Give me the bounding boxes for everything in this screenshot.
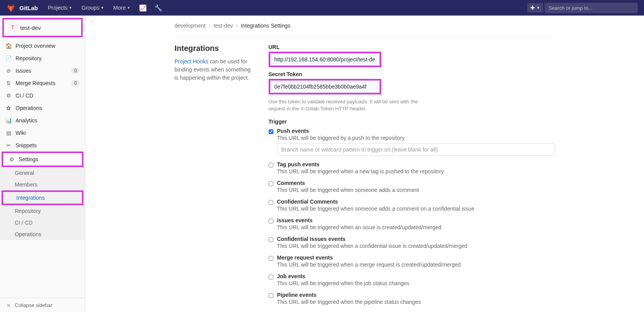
sidebar-item-label: Operations (16, 105, 42, 111)
sidebar-item-ci-cd[interactable]: ⚙CI / CD (0, 89, 85, 102)
trigger-title: Confidential Comments (277, 199, 555, 205)
sidebar-icon: ✿ (5, 105, 12, 111)
gitlab-logo-icon (6, 3, 16, 12)
url-input[interactable] (270, 53, 380, 66)
count-badge: 0 (71, 80, 80, 86)
breadcrumb-project[interactable]: test-dev (214, 23, 233, 29)
trigger-checkbox[interactable] (269, 275, 273, 279)
trigger-checkbox[interactable] (269, 129, 273, 134)
sidebar-item-wiki[interactable]: ▤Wiki (0, 127, 85, 139)
sidebar-item-label: Snippets (16, 142, 36, 148)
gear-icon: ⚙ (9, 156, 15, 162)
global-search-input[interactable] (545, 3, 638, 13)
top-navbar: GitLab Projects▼ Groups▼ More▼ 📈 🔧 ✚ ▼ (0, 0, 644, 16)
trigger-desc: This URL will be triggered by a push to … (277, 135, 555, 141)
sidebar-item-issues[interactable]: ⊘Issues0 (0, 64, 85, 77)
trigger-row: Merge request eventsThis URL will be tri… (269, 254, 555, 268)
trigger-row: Confidential Issues eventsThis URL will … (269, 236, 555, 249)
trigger-title: Tag push events (277, 161, 555, 167)
trigger-title: Merge request events (277, 254, 555, 261)
trigger-checkbox[interactable] (269, 219, 273, 223)
trigger-desc: This URL will be triggered when a confid… (277, 243, 555, 249)
nav-groups[interactable]: Groups▼ (78, 0, 108, 16)
chevron-left-icon: « (5, 302, 12, 308)
milestones-icon[interactable]: 🔧 (151, 4, 165, 12)
push-branch-filter-input[interactable] (277, 143, 555, 156)
trigger-row: Confidential CommentsThis URL will be tr… (269, 199, 555, 212)
nav-projects[interactable]: Projects▼ (44, 0, 76, 16)
trigger-checkbox[interactable] (269, 163, 273, 167)
settings-sub-members[interactable]: Members (0, 179, 85, 190)
sidebar-icon: 📊 (5, 117, 12, 124)
sidebar-item-snippets[interactable]: ✂Snippets (0, 139, 85, 152)
sidebar-icon: ⚙ (5, 92, 12, 99)
sidebar-icon: ⊘ (5, 68, 12, 74)
nav-more[interactable]: More▼ (109, 0, 134, 16)
trigger-title: Comments (277, 180, 555, 186)
sidebar-item-label: Wiki (16, 130, 26, 136)
sidebar-item-label: Repository (16, 55, 42, 61)
secret-token-help: Use this token to validate received payl… (269, 98, 436, 112)
project-avatar: T (9, 23, 17, 32)
trigger-desc: This URL will be triggered when someone … (277, 187, 555, 193)
sidebar-project-header[interactable]: T test-dev (2, 18, 83, 37)
trigger-checkbox[interactable] (269, 256, 273, 261)
project-hooks-link[interactable]: Project Hooks (175, 58, 208, 64)
secret-token-input[interactable] (270, 80, 380, 93)
collapse-sidebar-button[interactable]: « Collapse sidebar (0, 298, 85, 312)
settings-sub-integrations[interactable]: Integrations (2, 190, 83, 205)
sidebar-item-project-overview[interactable]: 🏠Project overview (0, 40, 85, 52)
secret-token-label: Secret Token (269, 71, 555, 77)
sidebar-icon: ▤ (5, 130, 12, 136)
url-label: URL (269, 44, 555, 50)
brand-label: GitLab (19, 5, 38, 11)
project-name-label: test-dev (20, 24, 41, 31)
trigger-section-label: Trigger (269, 119, 555, 125)
activity-icon[interactable]: 📈 (136, 4, 150, 12)
trigger-row: Pipeline eventsThis URL will be triggere… (269, 292, 555, 305)
trigger-title: Push events (277, 128, 555, 134)
breadcrumb-group[interactable]: development (175, 23, 206, 29)
settings-sub-ci-cd[interactable]: CI / CD (0, 217, 85, 228)
trigger-desc: This URL will be triggered when the job … (277, 280, 555, 286)
trigger-title: Pipeline events (277, 292, 555, 298)
trigger-desc: This URL will be triggered when an issue… (277, 224, 555, 230)
new-dropdown-button[interactable]: ✚ ▼ (527, 3, 543, 12)
intro-text: Project Hooks can be used for binding ev… (175, 58, 256, 82)
trigger-row: CommentsThis URL will be triggered when … (269, 180, 555, 193)
sidebar-item-label: Analytics (16, 117, 37, 124)
sidebar-item-label: Merge Requests (16, 80, 56, 86)
settings-sub-general[interactable]: General (0, 167, 85, 179)
trigger-checkbox[interactable] (269, 200, 273, 205)
sidebar-item-operations[interactable]: ✿Operations (0, 102, 85, 114)
breadcrumb: development › test-dev › Integrations Se… (175, 20, 555, 37)
sidebar-item-label: Issues (16, 68, 31, 74)
trigger-checkbox[interactable] (269, 293, 273, 298)
trigger-title: Issues events (277, 217, 555, 223)
settings-sub-operations[interactable]: Operations (0, 228, 85, 240)
trigger-row: Tag push eventsThis URL will be triggere… (269, 161, 555, 174)
trigger-title: Job events (277, 273, 555, 279)
trigger-desc: This URL will be triggered when someone … (277, 206, 555, 212)
sidebar-item-label: Settings (19, 156, 38, 162)
trigger-title: Confidential Issues events (277, 236, 555, 242)
sidebar-item-repository[interactable]: 📄Repository (0, 52, 85, 64)
trigger-row: Push eventsThis URL will be triggered by… (269, 128, 555, 156)
sidebar-item-analytics[interactable]: 📊Analytics (0, 114, 85, 127)
sidebar-item-label: Project overview (16, 43, 56, 49)
settings-sub-repository[interactable]: Repository (0, 205, 85, 217)
sidebar-icon: ⇅ (5, 80, 12, 86)
trigger-row: Job eventsThis URL will be triggered whe… (269, 273, 555, 286)
project-sidebar: T test-dev 🏠Project overview📄Repository⊘… (0, 16, 85, 312)
trigger-row: Issues eventsThis URL will be triggered … (269, 217, 555, 230)
page-title: Integrations (175, 44, 256, 53)
trigger-checkbox[interactable] (269, 237, 273, 242)
sidebar-icon: ✂ (5, 142, 12, 148)
trigger-desc: This URL will be triggered when a new ta… (277, 168, 555, 174)
sidebar-item-merge-requests[interactable]: ⇅Merge Requests0 (0, 77, 85, 89)
trigger-checkbox[interactable] (269, 181, 273, 186)
main-content: development › test-dev › Integrations Se… (85, 16, 644, 312)
sidebar-item-label: CI / CD (16, 92, 33, 99)
sidebar-item-settings[interactable]: ⚙ Settings (2, 152, 83, 167)
sidebar-icon: 🏠 (5, 43, 12, 49)
